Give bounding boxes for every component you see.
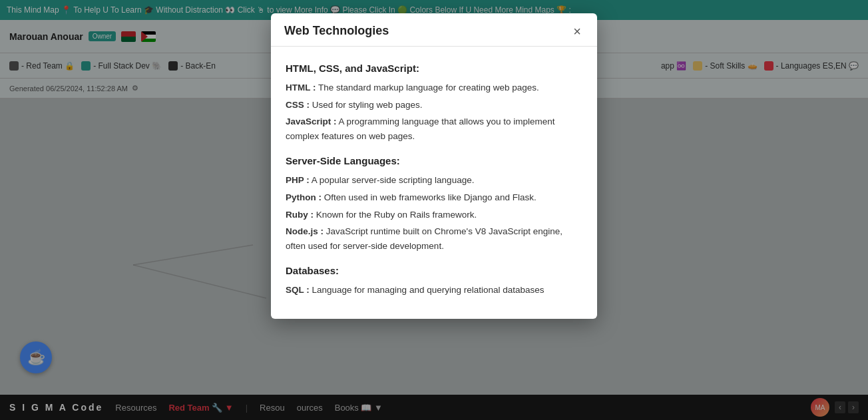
term-python: Python :: [286, 192, 322, 202]
content-block-3: SQL : Language for managing and querying…: [286, 283, 582, 298]
section-heading-1: HTML, CSS, and JavaScript:: [286, 63, 582, 74]
item-css: CSS : Used for styling web pages.: [286, 98, 582, 112]
item-php: PHP : A popular server-side scripting la…: [286, 173, 582, 188]
modal-title: Web Technologies: [284, 24, 389, 38]
item-js: JavaScript : A programming language that…: [286, 114, 582, 143]
item-nodejs: Node.js : JavaScript runtime built on Ch…: [286, 224, 582, 253]
content-block-2: PHP : A popular server-side scripting la…: [286, 173, 582, 253]
modal-dialog: Web Technologies × HTML, CSS, and JavaSc…: [271, 13, 597, 319]
modal-close-button[interactable]: ×: [570, 25, 584, 38]
modal-header: Web Technologies ×: [271, 13, 597, 47]
term-js: JavaScript :: [286, 116, 337, 126]
term-php: PHP :: [286, 175, 310, 185]
modal-overlay: Web Technologies × HTML, CSS, and JavaSc…: [0, 0, 868, 420]
term-nodejs: Node.js :: [286, 226, 324, 236]
item-sql: SQL : Language for managing and querying…: [286, 283, 582, 298]
term-sql: SQL :: [286, 285, 310, 295]
term-html: HTML :: [286, 83, 316, 93]
term-css: CSS :: [286, 100, 310, 110]
section-heading-3: Databases:: [286, 265, 582, 276]
modal-body[interactable]: HTML, CSS, and JavaScript: HTML : The st…: [271, 47, 597, 319]
item-python: Python : Often used in web frameworks li…: [286, 190, 582, 205]
term-ruby: Ruby :: [286, 210, 314, 220]
section-heading-2: Server-Side Languages:: [286, 155, 582, 166]
item-html: HTML : The standard markup language for …: [286, 81, 582, 95]
item-ruby: Ruby : Known for the Ruby on Rails frame…: [286, 208, 582, 222]
content-block-1: HTML : The standard markup language for …: [286, 81, 582, 143]
